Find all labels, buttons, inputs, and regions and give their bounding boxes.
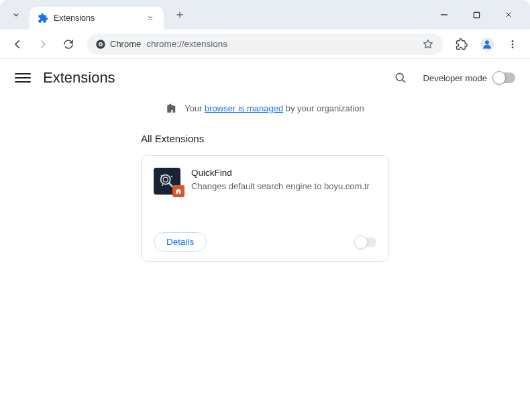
svg-point-5 [485,40,489,44]
back-button[interactable] [7,34,28,55]
page-content: PC risk .com Extensions Developer mode Y… [0,59,530,420]
puzzle-icon [38,13,48,23]
tabs-dropdown-button[interactable] [5,4,27,25]
maximize-button[interactable] [467,5,486,24]
search-button[interactable] [390,67,411,89]
tab-extensions[interactable]: Extensions [30,7,164,30]
managed-badge-icon [172,185,184,197]
svg-point-18 [171,176,172,177]
browser-toolbar: Chrome [0,30,530,59]
url-input[interactable] [146,39,421,49]
chrome-icon [95,39,106,50]
menu-button[interactable] [502,34,523,55]
minimize-button[interactable] [435,5,454,24]
svg-point-3 [100,43,102,45]
site-chip[interactable]: Chrome [95,39,141,50]
tab-strip: Extensions [5,0,435,30]
site-brand: Chrome [110,39,141,49]
page-title: Extensions [43,69,115,87]
developer-mode-control: Developer mode [423,72,515,83]
profile-button[interactable] [476,34,498,55]
building-icon [166,102,178,114]
extension-icon [154,168,180,195]
section-title: All Extensions [141,133,530,144]
svg-point-8 [512,46,514,48]
svg-point-19 [162,185,163,186]
developer-mode-toggle[interactable] [494,72,515,83]
close-tab-button[interactable] [145,13,156,23]
svg-point-6 [512,40,514,42]
window-controls [435,5,518,24]
extension-description: Changes default search engine to boyu.co… [191,180,370,193]
hamburger-menu-button[interactable] [15,70,31,86]
bookmark-button[interactable] [421,38,435,50]
svg-point-7 [512,43,514,45]
svg-rect-10 [156,275,251,370]
extensions-header: Extensions Developer mode [0,59,530,97]
forward-button[interactable] [32,34,54,55]
svg-text:.com: .com [276,321,394,378]
close-window-button[interactable] [499,5,518,24]
new-tab-button[interactable] [170,5,189,24]
extension-card: QuickFind Changes default search engine … [141,155,389,262]
notice-suffix: by your organization [283,103,364,113]
tab-title: Extensions [54,13,145,23]
details-button[interactable]: Details [154,232,207,252]
svg-point-16 [163,177,168,182]
extension-toggle[interactable] [355,238,376,247]
svg-point-17 [161,175,162,176]
managed-notice: Your browser is managed by your organiza… [0,102,530,114]
managed-link[interactable]: browser is managed [205,103,283,113]
window-title-bar: Extensions [0,0,530,30]
extensions-button[interactable] [451,34,472,55]
omnibox[interactable]: Chrome [87,34,443,55]
developer-mode-label: Developer mode [423,73,487,83]
svg-rect-0 [474,12,479,17]
reload-button[interactable] [58,34,79,55]
extension-name: QuickFind [191,168,370,178]
svg-text:risk: risk [97,306,219,381]
notice-prefix: Your [184,103,205,113]
